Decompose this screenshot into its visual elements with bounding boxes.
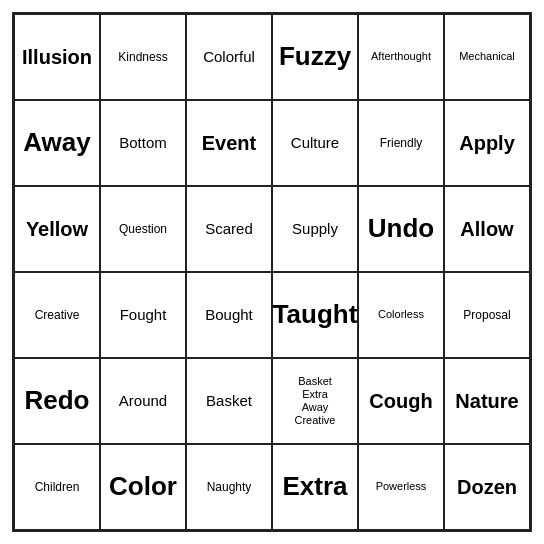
- cell-1-5: Apply: [444, 100, 530, 186]
- cell-1-1: Bottom: [100, 100, 186, 186]
- cell-0-5: Mechanical: [444, 14, 530, 100]
- cell-3-5: Proposal: [444, 272, 530, 358]
- cell-0-3: Fuzzy: [272, 14, 358, 100]
- cell-4-4: Cough: [358, 358, 444, 444]
- cell-0-4: Afterthought: [358, 14, 444, 100]
- cell-2-1: Question: [100, 186, 186, 272]
- cell-5-3: Extra: [272, 444, 358, 530]
- cell-1-2: Event: [186, 100, 272, 186]
- cell-0-1: Kindness: [100, 14, 186, 100]
- cell-5-0: Children: [14, 444, 100, 530]
- cell-0-2: Colorful: [186, 14, 272, 100]
- cell-4-2: Basket: [186, 358, 272, 444]
- cell-4-3: Basket Extra Away Creative: [272, 358, 358, 444]
- cell-5-4: Powerless: [358, 444, 444, 530]
- cell-3-3: Taught: [272, 272, 358, 358]
- cell-1-4: Friendly: [358, 100, 444, 186]
- cell-2-0: Yellow: [14, 186, 100, 272]
- cell-5-5: Dozen: [444, 444, 530, 530]
- cell-0-0: Illusion: [14, 14, 100, 100]
- bingo-grid: IllusionKindnessColorfulFuzzyAfterthough…: [12, 12, 532, 532]
- cell-4-5: Nature: [444, 358, 530, 444]
- cell-2-2: Scared: [186, 186, 272, 272]
- cell-3-2: Bought: [186, 272, 272, 358]
- cell-1-0: Away: [14, 100, 100, 186]
- cell-5-1: Color: [100, 444, 186, 530]
- cell-4-1: Around: [100, 358, 186, 444]
- cell-3-1: Fought: [100, 272, 186, 358]
- cell-2-5: Allow: [444, 186, 530, 272]
- cell-1-3: Culture: [272, 100, 358, 186]
- cell-3-0: Creative: [14, 272, 100, 358]
- cell-3-4: Colorless: [358, 272, 444, 358]
- cell-5-2: Naughty: [186, 444, 272, 530]
- cell-4-0: Redo: [14, 358, 100, 444]
- cell-2-3: Supply: [272, 186, 358, 272]
- cell-2-4: Undo: [358, 186, 444, 272]
